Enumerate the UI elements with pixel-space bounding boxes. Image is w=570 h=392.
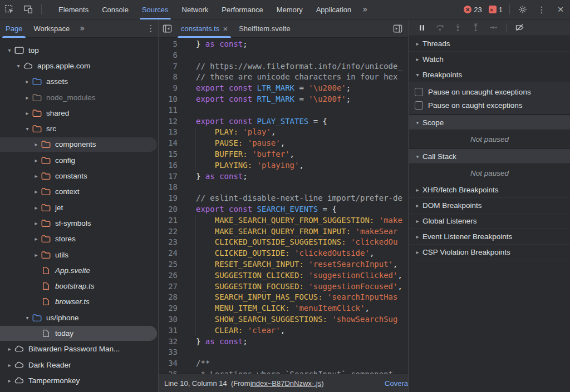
line-number[interactable]: 30 xyxy=(159,314,178,325)
code-line[interactable]: 26 SUGGESTION_CLICKED: 'suggestionClicke… xyxy=(159,270,408,281)
line-number[interactable]: 33 xyxy=(159,347,178,358)
step-icon[interactable] xyxy=(485,21,502,35)
tree-item-context[interactable]: ▸context xyxy=(0,184,158,200)
code-line[interactable]: 25 RESET_SEARCH_INPUT: 'resetSearchInput… xyxy=(159,259,408,270)
main-tab-memory[interactable]: Memory xyxy=(270,0,309,19)
disclosure-collapsed-icon[interactable]: ▸ xyxy=(32,141,40,147)
line-number[interactable]: 13 xyxy=(159,127,178,138)
code-line[interactable]: 7// https://www.fileformat.info/info/uni… xyxy=(159,61,408,72)
tree-item-config[interactable]: ▸config xyxy=(0,152,158,168)
deactivate-breakpoints-icon[interactable] xyxy=(511,21,528,35)
tree-item-node-modules[interactable]: ▸node_modules xyxy=(0,90,158,105)
code-line[interactable]: 27 SUGGESTION_FOCUSED: 'suggestionFocuse… xyxy=(159,281,408,292)
tree-item-tampermonkey[interactable]: ▸Tampermonkey xyxy=(0,373,158,388)
disclosure-collapsed-icon[interactable]: ▸ xyxy=(32,188,40,195)
code-line[interactable]: 6 xyxy=(159,50,408,61)
error-badge[interactable]: ✕ 23 xyxy=(464,6,481,14)
checkbox-row-pause-on-caught-exceptions[interactable]: Pause on caught exceptions xyxy=(409,98,570,112)
code-line[interactable]: 28 SEARCH_INPUT_HAS_FOCUS: 'searchInputH… xyxy=(159,292,408,303)
step-over-icon[interactable] xyxy=(431,21,448,35)
section-csp-violation-breakpoints[interactable]: ▸CSP Violation Breakpoints xyxy=(409,245,570,260)
navigator-tab-workspace[interactable]: Workspace xyxy=(28,19,75,38)
line-number[interactable]: 8 xyxy=(159,72,178,83)
disclosure-collapsed-icon[interactable]: ▸ xyxy=(32,173,40,179)
code-line[interactable]: 14 PAUSE: 'pause', xyxy=(159,138,408,149)
kebab-menu-icon[interactable]: ⋮ xyxy=(532,2,551,17)
tree-item-browser-ts[interactable]: browser.ts xyxy=(0,294,158,310)
tree-item-app-svelte[interactable]: App.svelte xyxy=(0,262,158,278)
editor-tab-constants-ts[interactable]: constants.ts× xyxy=(175,19,233,38)
main-tab-sources[interactable]: Sources xyxy=(135,0,175,19)
tree-item-dark-reader[interactable]: ▸Dark Reader xyxy=(0,357,158,373)
line-number[interactable]: 32 xyxy=(159,336,178,348)
main-tab-performance[interactable]: Performance xyxy=(215,0,269,19)
main-tab-console[interactable]: Console xyxy=(95,0,135,19)
code-line[interactable]: 10export const RTL_MARK = '\u200f'; xyxy=(159,94,408,105)
section-breakpoints[interactable]: ▾Breakpoints xyxy=(409,67,570,83)
code-line[interactable]: 15 BUFFER: 'buffer', xyxy=(159,149,408,160)
disclosure-collapsed-icon[interactable]: ▸ xyxy=(32,157,40,163)
tree-item-us-iphone[interactable]: ▾us/iphone xyxy=(0,310,158,325)
show-debugger-icon[interactable] xyxy=(389,21,406,36)
source-map-link[interactable]: index~B87DnNzwx-.js xyxy=(250,379,322,388)
code-line[interactable]: 30 SHOW_SEARCH_SUGGESTIONS: 'showSearchS… xyxy=(159,314,408,325)
line-number[interactable]: 9 xyxy=(159,83,178,94)
navigator-tab-page[interactable]: Page xyxy=(0,19,28,38)
line-number[interactable]: 25 xyxy=(159,259,178,270)
step-out-icon[interactable] xyxy=(467,21,484,35)
section-watch[interactable]: ▸Watch xyxy=(409,52,570,67)
section-xhr-fetch-breakpoints[interactable]: ▸XHR/fetch Breakpoints xyxy=(409,182,570,198)
line-number[interactable]: 24 xyxy=(159,248,178,259)
line-number[interactable]: 12 xyxy=(159,116,178,127)
tree-item-bitwarden-password-man-[interactable]: ▸Bitwarden Password Man... xyxy=(0,341,158,357)
checkbox-row-pause-on-uncaught-exceptions[interactable]: Pause on uncaught exceptions xyxy=(409,85,570,98)
code-line[interactable]: 32} as const; xyxy=(159,336,408,348)
code-line[interactable]: 16 PLAYING: 'playing', xyxy=(159,160,408,171)
line-number[interactable]: 18 xyxy=(159,182,178,193)
line-number[interactable]: 34 xyxy=(159,358,178,369)
disclosure-collapsed-icon[interactable]: ▸ xyxy=(23,78,31,85)
line-number[interactable]: 15 xyxy=(159,149,178,160)
disclosure-collapsed-icon[interactable]: ▸ xyxy=(32,252,40,258)
inspect-icon[interactable] xyxy=(0,2,19,17)
disclosure-collapsed-icon[interactable]: ▸ xyxy=(6,362,13,368)
code-line[interactable]: 5} as const; xyxy=(159,39,408,50)
section-event-listener-breakpoints[interactable]: ▸Event Listener Breakpoints xyxy=(409,229,570,245)
tree-item-apps-apple-com[interactable]: ▾apps.apple.com xyxy=(0,58,158,73)
code-line[interactable]: 11 xyxy=(159,105,408,116)
disclosure-expanded-icon[interactable]: ▾ xyxy=(23,315,31,321)
line-number[interactable]: 17 xyxy=(159,171,178,182)
section-threads[interactable]: ▸Threads xyxy=(409,36,570,52)
checkbox-icon[interactable] xyxy=(415,88,423,96)
device-toolbar-icon[interactable] xyxy=(19,2,38,17)
disclosure-collapsed-icon[interactable]: ▸ xyxy=(6,378,13,384)
tree-item-top[interactable]: ▾top xyxy=(0,42,158,58)
code-line[interactable]: 18 xyxy=(159,182,408,193)
line-number[interactable]: 31 xyxy=(159,325,178,336)
line-number[interactable]: 35 xyxy=(159,369,178,374)
tree-item-sf-symbols[interactable]: ▸sf-symbols xyxy=(0,215,158,231)
line-number[interactable]: 10 xyxy=(159,94,178,105)
code-line[interactable]: 35 * Locations where `SearchInput` compo… xyxy=(159,369,408,374)
line-number[interactable]: 7 xyxy=(159,61,178,72)
code-line[interactable]: 33 xyxy=(159,347,408,358)
close-icon[interactable]: × xyxy=(551,2,570,17)
code-editor[interactable]: 5} as const;67// https://www.fileformat.… xyxy=(159,38,408,374)
more-tabs-chevron[interactable]: » xyxy=(358,4,372,14)
tree-item-utils[interactable]: ▸utils xyxy=(0,247,158,262)
section-dom-breakpoints[interactable]: ▸DOM Breakpoints xyxy=(409,198,570,214)
line-number[interactable]: 5 xyxy=(159,39,178,50)
tree-item-components[interactable]: ▸components xyxy=(0,137,158,152)
section-call-stack[interactable]: ▾Call Stack xyxy=(409,148,570,164)
disclosure-expanded-icon[interactable]: ▾ xyxy=(6,47,13,53)
code-line[interactable]: 34/** xyxy=(159,358,408,369)
issues-badge[interactable]: ✕ 1 xyxy=(489,6,503,14)
section-scope[interactable]: ▾Scope xyxy=(409,115,570,130)
kebab-menu-icon[interactable]: ⋮ xyxy=(144,21,158,36)
code-line[interactable]: 29 MENU_ITEM_CLICK: 'menuItemClick', xyxy=(159,303,408,314)
code-line[interactable]: 21 MAKE_SEARCH_QUERY_FROM_SUGGESTION: 'm… xyxy=(159,215,408,226)
line-number[interactable]: 28 xyxy=(159,292,178,303)
line-number[interactable]: 21 xyxy=(159,215,178,226)
code-line[interactable]: 31 CLEAR: 'clear', xyxy=(159,325,408,336)
tree-item-bootstrap-ts[interactable]: bootstrap.ts xyxy=(0,278,158,294)
